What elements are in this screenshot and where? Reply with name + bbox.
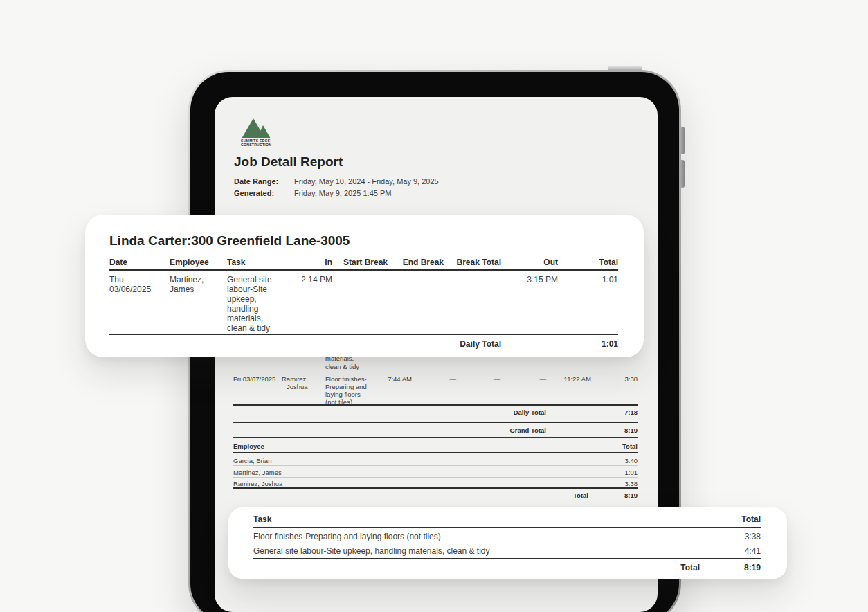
generated-value: Friday, May 9, 2025 1:45 PM [294,189,391,198]
divider [253,558,761,559]
employee-row-name: Ramirez, Joshua [233,480,282,487]
divider [253,543,761,543]
row-in: 2:14 PM [301,275,332,285]
task-row-label: General site labour-Site upkeep, handlin… [253,546,490,556]
row-employee: James [170,285,194,294]
employee-row-name: Garcia, Brian [233,457,271,465]
bg-row-total: 3:38 [625,375,638,383]
divider [233,404,638,406]
col-start-break: Start Break [343,258,388,267]
bg-daily-total-label: Daily Total [514,408,546,416]
daily-total-value: 1:01 [602,339,618,349]
logo-caption: SUMMITS EDGE CONSTRUCTION [241,139,273,147]
col-date: Date [109,258,127,267]
date-range-value: Friday, May 10, 2024 - Friday, May 9, 20… [294,177,439,186]
divider [109,334,618,335]
row-date: 03/06/2025 [109,285,151,294]
task-row-label: Floor finishes-Preparing and laying floo… [253,532,441,541]
employee-summary-footer-value: 8:19 [624,492,638,499]
divider [233,477,638,478]
bg-grand-total-value: 8:19 [624,426,638,434]
col-employee: Employee [170,258,209,267]
logo-line2: CONSTRUCTION [241,143,273,147]
total-col-header: Total [741,514,761,524]
bg-row-task: Preparing and [325,383,367,390]
employee-summary-total-header: Total [622,442,638,450]
divider [233,437,638,438]
row-task: General site [227,275,272,285]
row-task: clean & tidy [227,323,270,333]
company-logo: SUMMITS EDGE CONSTRUCTION [241,118,273,148]
col-in: In [325,258,332,267]
bg-row-employee: Ramirez, [282,375,308,383]
row-out: 3:15 PM [527,275,558,285]
bg-row-in: 7:44 AM [388,375,412,383]
generated-label: Generated: [234,189,274,198]
task-col-header: Task [253,514,271,524]
row-employee: Martinez, [170,275,204,285]
date-range-label: Date Range: [234,177,278,186]
col-task: Task [227,258,245,267]
employee-summary-footer-label: Total [573,492,588,499]
bg-row-task: Floor finishes- [325,375,367,383]
bg-row-out: 11:22 AM [564,375,591,383]
bg-daily-total-value: 7:18 [624,408,638,416]
report-title: Job Detail Report [234,154,343,170]
bg-row-end-break: — [494,375,501,383]
employee-row-name: Martinez, James [233,469,282,476]
col-out: Out [543,258,558,267]
bg-row-break-total: — [540,375,547,383]
col-break-total: Break Total [457,258,501,267]
employee-summary-header: Employee [233,442,264,450]
row-break-total: — [493,275,501,285]
col-end-break: End Break [403,258,444,267]
employee-row-total: 1:01 [625,469,638,476]
employee-row-total: 3:38 [625,480,638,487]
divider [253,527,761,528]
task-row-total: 4:41 [745,546,761,556]
row-task: labour-Site [227,285,267,294]
job-heading: Linda Carter:300 Greenfield Lane-3005 [109,233,350,249]
daily-total-label: Daily Total [460,339,501,349]
bg-row-employee: Joshua [287,383,308,390]
employee-row-total: 3:40 [625,457,638,465]
col-total: Total [599,258,618,267]
task-footer-value: 8:19 [744,563,761,573]
bg-grand-total-label: Grand Total [509,426,546,434]
row-task: upkeep, [227,294,257,304]
row-start-break: — [379,275,388,285]
divider [233,452,638,453]
mountain-logo-icon [241,118,271,138]
bg-row-date: Fri 03/07/2025 [233,375,275,383]
task-footer-label: Total [680,563,700,573]
row-task: handling [227,304,258,314]
task-row-total: 3:38 [745,532,761,541]
task-summary-card: Task Total Floor finishes-Preparing and … [228,507,787,579]
marketing-screenshot: SUMMITS EDGE CONSTRUCTION Job Detail Rep… [0,0,868,612]
row-end-break: — [435,275,444,285]
bg-row-start-break: — [450,375,457,383]
row-date: Thu [109,275,124,285]
detail-callout-card: Linda Carter:300 Greenfield Lane-3005 Da… [85,215,644,357]
bg-row-task: laying floors [325,390,361,398]
divider [233,465,638,466]
divider [109,269,618,271]
row-task: materials, [227,314,263,323]
bg-task-tail-line: clean & tidy [325,363,359,370]
divider [233,422,638,423]
row-total: 1:01 [602,275,618,285]
divider [233,487,638,489]
